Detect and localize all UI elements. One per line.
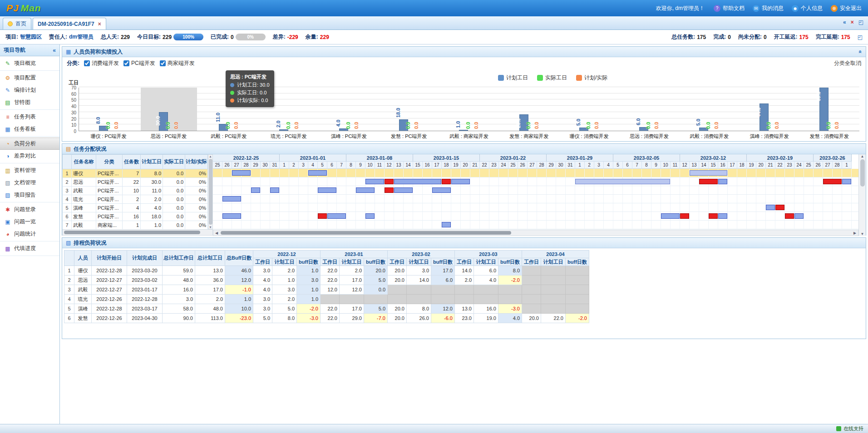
filter-checkbox[interactable]: [160, 60, 166, 66]
gantt-segment[interactable]: [432, 187, 451, 193]
bar-planned[interactable]: [459, 130, 468, 131]
gantt-segment[interactable]: [785, 213, 794, 219]
gantt-segment[interactable]: [680, 213, 689, 219]
toplink-my-messages[interactable]: ✉我的消息: [753, 5, 784, 12]
gantt-segment[interactable]: [451, 179, 470, 184]
sidebar-item-gantt-chart[interactable]: ▤甘特图: [0, 96, 59, 108]
gantt-segment[interactable]: [394, 179, 441, 184]
sidebar-item-issue-entry[interactable]: ✱问题登录: [0, 203, 59, 216]
tab-first-icon[interactable]: «: [843, 19, 846, 25]
filter-category[interactable]: 消费端开发: [84, 59, 119, 67]
scroll-right-icon[interactable]: ▶: [852, 230, 858, 236]
sidebar-item-diff-compare[interactable]: ◑差异对比: [0, 150, 59, 162]
task-row[interactable]: 1珊仪PC端开...78.00.00%: [63, 169, 208, 178]
online-support-link[interactable]: 在线支持: [843, 425, 863, 432]
gantt-segment[interactable]: [318, 187, 336, 193]
gantt-segment[interactable]: [251, 187, 260, 193]
task-table-horizontal-scrollbar[interactable]: [62, 229, 213, 236]
gantt-segment[interactable]: [794, 213, 804, 219]
scroll-up-icon[interactable]: ▲: [209, 155, 212, 158]
gantt-segment[interactable]: [842, 179, 851, 184]
gantt-segment[interactable]: [699, 179, 718, 184]
panel-collapse-icon[interactable]: «: [858, 50, 864, 54]
scrollbar-thumb[interactable]: [209, 159, 212, 225]
filter-category[interactable]: 商家端开发: [160, 59, 195, 67]
gantt-segment[interactable]: [394, 187, 413, 193]
task-row[interactable]: 7武毅商家端...11.00.00%: [63, 221, 208, 230]
gantt-segment[interactable]: [442, 222, 451, 227]
scrollbar-thumb[interactable]: [64, 231, 200, 234]
gantt-segment[interactable]: [270, 187, 279, 193]
filter-checkbox[interactable]: [123, 60, 129, 66]
sidebar-item-progress-fill[interactable]: ▩代填进度: [0, 242, 59, 255]
toplink-help-docs[interactable]: ?帮助文档: [714, 5, 745, 12]
filter-checkbox[interactable]: [84, 60, 90, 66]
filter-category[interactable]: PC端开发: [123, 59, 155, 67]
sidebar-item-project-report[interactable]: ▨项目报告: [0, 189, 59, 201]
gantt-segment[interactable]: [365, 213, 375, 219]
gantt-segment[interactable]: [318, 213, 327, 219]
gantt-day-header: 29: [547, 162, 556, 169]
gantt-segment[interactable]: [690, 170, 727, 176]
gantt-segment[interactable]: [385, 187, 394, 193]
scroll-down-icon[interactable]: ▼: [209, 226, 212, 229]
bar-planned[interactable]: [279, 129, 288, 131]
task-table-vertical-scrollbar[interactable]: ▲ ▼: [208, 154, 213, 229]
sidebar-item-project-config[interactable]: ⚙项目配置: [0, 72, 59, 84]
gantt-segment[interactable]: [232, 170, 251, 176]
task-row[interactable]: 5淇峰PC端开...44.00.00%: [63, 204, 208, 212]
sidebar-item-issue-stats[interactable]: ◕问题统计: [0, 228, 59, 240]
gantt-segment[interactable]: [766, 205, 775, 210]
task-row[interactable]: 3武毅PC端开...1011.00.00%: [63, 187, 208, 195]
sidebar-item-material-mgmt[interactable]: ▥资料管理: [0, 164, 59, 177]
task-row[interactable]: 4琉光PC端开...22.00.00%: [63, 195, 208, 204]
gantt-horizontal-scrollbar[interactable]: ◀ ▶: [213, 230, 858, 236]
task-row-index: 1: [63, 169, 72, 178]
toplink-logout[interactable]: ⊗安全退出: [831, 5, 862, 12]
plan-start-date: 2022-12-26: [92, 295, 127, 304]
gantt-segment[interactable]: [308, 170, 327, 176]
sidebar-item-task-board[interactable]: ▦任务看板: [0, 123, 59, 135]
task-row[interactable]: 6发慧PC端开...1618.00.00%: [63, 212, 208, 221]
sidebar-item-schedule-plan[interactable]: ✎编排计划: [0, 84, 59, 96]
gantt-segment[interactable]: [575, 179, 670, 184]
gantt-segment[interactable]: [222, 196, 241, 202]
sidebar-item-issue-list[interactable]: ▣问题一览: [0, 216, 59, 228]
task-row[interactable]: 2思远PC端开...2230.00.00%: [63, 178, 208, 187]
tab-home[interactable]: 首页: [3, 18, 31, 30]
tab-close-all-icon[interactable]: ×: [851, 19, 854, 25]
gantt-day-header: 2: [585, 162, 594, 169]
gantt-vertical-scrollbar[interactable]: ▲ ▼: [858, 154, 866, 236]
sidebar-collapse-icon[interactable]: «: [53, 47, 56, 54]
col-header: 计划工日: [141, 155, 163, 169]
fullscreen-icon[interactable]: ◰: [858, 19, 863, 25]
sidebar-item-load-analysis[interactable]: ◔负荷分析: [0, 138, 59, 150]
gantt-segment[interactable]: [327, 213, 346, 219]
gantt-segment[interactable]: [823, 179, 842, 184]
gantt-segment[interactable]: [718, 213, 727, 219]
gantt-segment[interactable]: [385, 179, 394, 184]
gantt-segment[interactable]: [709, 213, 718, 219]
toplink-label: 个人信息: [801, 5, 823, 12]
gantt-segment[interactable]: [365, 179, 384, 184]
scroll-down-icon[interactable]: ▼: [861, 232, 864, 236]
gantt-segment[interactable]: [661, 213, 680, 219]
sidebar-item-document-mgmt[interactable]: ▧文档管理: [0, 177, 59, 189]
tab-close-icon[interactable]: ×: [98, 21, 101, 27]
gantt-segment[interactable]: [775, 205, 784, 210]
gantt-segment[interactable]: [356, 187, 375, 193]
tab-active[interactable]: DM-20250916-CA91F7 ×: [33, 18, 106, 30]
sidebar-item-project-overview[interactable]: ✎项目概览: [0, 57, 59, 69]
scrollbar-thumb[interactable]: [860, 159, 865, 187]
clear-all-categories-link[interactable]: 分类全取消: [834, 59, 861, 67]
scrollbar-thumb[interactable]: [221, 231, 511, 235]
sidebar-item-task-list[interactable]: ≡任务列表: [0, 111, 59, 123]
toplink-profile[interactable]: ☻个人信息: [792, 5, 823, 12]
scroll-up-icon[interactable]: ▲: [861, 154, 864, 158]
gantt-segment[interactable]: [442, 179, 451, 184]
info-expand-icon[interactable]: ◰: [858, 34, 863, 40]
scroll-left-icon[interactable]: ◀: [213, 230, 220, 236]
gantt-segment[interactable]: [718, 179, 727, 184]
month-workdays: 2.0: [455, 276, 474, 285]
gantt-segment[interactable]: [222, 213, 241, 219]
